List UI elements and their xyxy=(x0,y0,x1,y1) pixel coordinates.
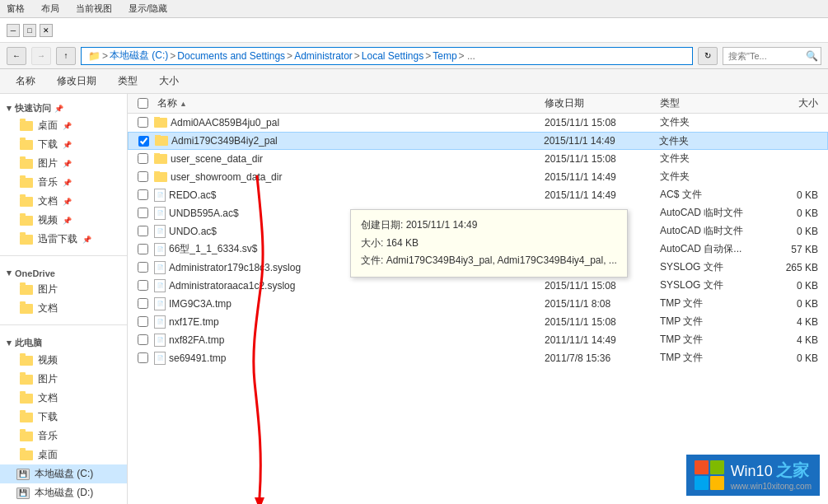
table-row[interactable]: user_scene_data_dir 2015/11/1 15:08 文件夹 xyxy=(128,150,828,168)
path-docs[interactable]: Documents and Settings xyxy=(177,50,285,62)
back-button[interactable]: ← xyxy=(7,47,26,65)
row-checkbox[interactable] xyxy=(131,244,154,254)
sidebar-pc-pictures[interactable]: 图片 xyxy=(0,370,127,389)
pin-icon-xunlei[interactable]: 📌 xyxy=(82,236,91,244)
file-checkbox[interactable] xyxy=(138,280,148,291)
sidebar-pc-music[interactable]: 音乐 xyxy=(0,427,127,446)
path-temp[interactable]: Temp xyxy=(433,50,456,62)
sidebar-drive-c[interactable]: 💾 本地磁盘 (C:) xyxy=(0,464,127,483)
table-row[interactable]: Admi179C349B4iy2_pal 2015/11/1 14:49 文件夹 xyxy=(128,132,828,150)
close-button[interactable]: ✕ xyxy=(40,24,53,37)
row-checkbox[interactable] xyxy=(131,316,154,327)
toolbar-date[interactable]: 修改日期 xyxy=(48,71,105,91)
pin-icon-docs[interactable]: 📌 xyxy=(63,198,72,206)
pin-icon-download[interactable]: 📌 xyxy=(63,141,72,149)
quick-access-header[interactable]: ▾ 快速访问 📌 xyxy=(0,97,127,116)
refresh-button[interactable]: ↻ xyxy=(698,47,718,65)
row-checkbox[interactable] xyxy=(131,189,154,200)
pin-icon-videos[interactable]: 📌 xyxy=(63,217,72,225)
path-admin[interactable]: Administrator xyxy=(294,50,353,62)
file-checkbox[interactable] xyxy=(138,171,148,182)
pc-header[interactable]: ▾ 此电脑 xyxy=(0,332,127,351)
path-pc[interactable]: 📁 xyxy=(88,50,101,62)
sidebar-drive-d[interactable]: 💾 本地磁盘 (D:) xyxy=(0,483,127,502)
menu-showhide[interactable]: 显示/隐藏 xyxy=(129,2,167,15)
col-header-date[interactable]: 修改日期 xyxy=(545,96,660,110)
row-checkbox[interactable] xyxy=(131,117,154,128)
row-checkbox[interactable] xyxy=(131,298,154,309)
sidebar-item-label: 图片 xyxy=(38,372,58,386)
sidebar-item-videos[interactable]: 视频 📌 xyxy=(0,211,127,230)
table-row[interactable]: 📄 IMG9C3A.tmp 2015/11/1 8:08 TMP 文件 0 KB xyxy=(128,295,828,313)
pin-icon-music[interactable]: 📌 xyxy=(63,179,72,187)
pin-icon-desktop[interactable]: 📌 xyxy=(63,122,72,130)
sidebar-item-pictures[interactable]: 图片 📌 xyxy=(0,154,127,173)
pin-icon-pictures[interactable]: 📌 xyxy=(63,160,72,168)
table-row[interactable]: user_showroom_data_dir 2015/11/1 14:49 文… xyxy=(128,168,828,186)
search-input[interactable] xyxy=(728,51,802,61)
file-checkbox[interactable] xyxy=(138,226,148,236)
forward-button[interactable]: → xyxy=(31,47,51,65)
file-checkbox[interactable] xyxy=(138,334,148,345)
win-pane-green xyxy=(710,460,724,474)
maximize-button[interactable]: □ xyxy=(23,24,36,37)
header-checkbox[interactable] xyxy=(131,98,154,109)
col-header-name[interactable]: 名称 ▲ xyxy=(154,96,545,110)
file-checkbox[interactable] xyxy=(138,208,148,218)
col-header-type[interactable]: 类型 xyxy=(660,96,767,110)
table-row[interactable]: 📄 REDO.ac$ 2015/11/1 14:49 AC$ 文件 0 KB xyxy=(128,186,828,204)
minimize-button[interactable]: ─ xyxy=(7,24,20,37)
table-row[interactable]: 📄 nxf82FA.tmp 2011/11/1 14:49 TMP 文件 4 K… xyxy=(128,331,828,349)
sidebar-onedrive-docs[interactable]: 文档 xyxy=(0,299,127,318)
file-checkbox[interactable] xyxy=(138,189,148,200)
sidebar-pc-download[interactable]: 下载 xyxy=(0,408,127,427)
menu-pane[interactable]: 窗格 xyxy=(7,2,25,15)
menu-layout[interactable]: 布局 xyxy=(41,2,59,15)
sidebar-pc-docs[interactable]: 文档 xyxy=(0,389,127,408)
toolbar-name[interactable]: 名称 xyxy=(7,71,44,91)
toolbar-size[interactable]: 大小 xyxy=(150,71,188,91)
folder-icon xyxy=(20,178,33,188)
row-checkbox[interactable] xyxy=(131,208,154,218)
row-checkbox[interactable] xyxy=(131,280,154,291)
row-checkbox[interactable] xyxy=(131,352,154,363)
sidebar-item-music[interactable]: 音乐 📌 xyxy=(0,173,127,192)
toolbar-type[interactable]: 类型 xyxy=(109,71,147,91)
file-checkbox[interactable] xyxy=(138,352,148,363)
row-checkbox[interactable] xyxy=(131,171,154,182)
sidebar-pc-videos[interactable]: 视频 xyxy=(0,351,127,370)
row-checkbox[interactable] xyxy=(131,226,154,236)
sidebar-pc-desktop[interactable]: 桌面 xyxy=(0,446,127,464)
up-button[interactable]: ↑ xyxy=(56,47,76,65)
sidebar-item-xunlei[interactable]: 迅雷下载 📌 xyxy=(0,230,127,249)
row-checkbox[interactable] xyxy=(131,262,154,273)
file-checkbox[interactable] xyxy=(138,316,148,327)
table-row[interactable]: 📄 se69491.tmp 2011/7/8 15:36 TMP 文件 0 KB xyxy=(128,349,828,367)
sidebar-item-desktop[interactable]: 桌面 📌 xyxy=(0,116,127,135)
onedrive-header[interactable]: ▾ OneDrive xyxy=(0,263,127,280)
menu-view[interactable]: 当前视图 xyxy=(76,2,112,15)
file-checkbox[interactable] xyxy=(138,136,149,147)
sidebar-onedrive-pictures[interactable]: 图片 xyxy=(0,280,127,299)
col-header-size[interactable]: 大小 xyxy=(767,96,825,110)
row-checkbox[interactable] xyxy=(131,153,154,164)
table-row[interactable]: Admi0AAC859B4ju0_pal 2015/11/1 15:08 文件夹 xyxy=(128,114,828,132)
select-all-checkbox[interactable] xyxy=(138,98,148,109)
path-local[interactable]: Local Settings xyxy=(362,50,423,62)
pin-icon[interactable]: 📌 xyxy=(54,105,63,113)
file-checkbox[interactable] xyxy=(138,117,148,128)
table-row[interactable]: 📄 Administratoraaca1c2.syslog 2015/11/1 … xyxy=(128,277,828,295)
file-checkbox[interactable] xyxy=(138,262,148,273)
file-checkbox[interactable] xyxy=(138,153,148,164)
row-checkbox[interactable] xyxy=(131,334,154,345)
search-box[interactable]: 🔍 xyxy=(723,47,821,65)
sidebar-item-docs[interactable]: 文档 📌 xyxy=(0,192,127,211)
table-row[interactable]: 📄 nxf17E.tmp 2015/11/1 15:08 TMP 文件 4 KB xyxy=(128,313,828,331)
sidebar-item-download[interactable]: 下载 📌 xyxy=(0,135,127,154)
search-icon[interactable]: 🔍 xyxy=(806,50,818,62)
row-checkbox[interactable] xyxy=(132,136,155,147)
file-checkbox[interactable] xyxy=(138,244,148,254)
file-checkbox[interactable] xyxy=(138,298,148,309)
address-path[interactable]: 📁 > 本地磁盘 (C:) > Documents and Settings >… xyxy=(81,47,693,65)
path-computer[interactable]: 本地磁盘 (C:) xyxy=(110,49,168,63)
